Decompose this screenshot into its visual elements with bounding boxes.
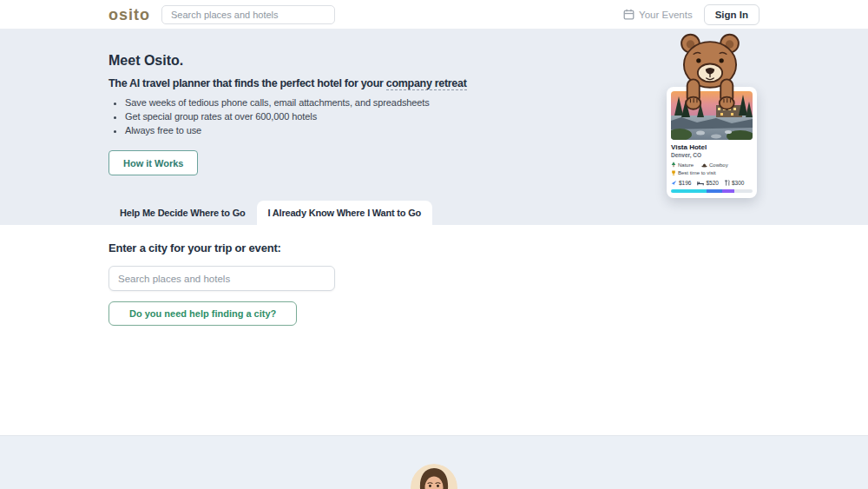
best-time-label: Best time to visit bbox=[678, 170, 716, 175]
tab-help-me-decide[interactable]: Help Me Decide Where to Go bbox=[108, 201, 257, 225]
hero-subtitle: The AI travel planner that finds the per… bbox=[108, 77, 556, 89]
bear-mascot-illustration bbox=[669, 30, 751, 112]
tag-label: Nature bbox=[678, 162, 694, 168]
testimonial-avatar bbox=[411, 464, 457, 489]
price-row: $196 $520 $300 bbox=[671, 180, 753, 186]
hero-content: Meet Osito. The AI travel planner that f… bbox=[0, 29, 556, 175]
testimonial-section bbox=[0, 435, 868, 489]
plane-icon bbox=[671, 180, 677, 186]
osito-logo[interactable]: osito bbox=[108, 7, 150, 23]
tag-cowboy: Cowboy bbox=[701, 162, 728, 168]
budget-progress-bar bbox=[671, 189, 753, 193]
hotel-location: Denver, CO bbox=[671, 152, 753, 158]
utensils-icon bbox=[725, 180, 730, 186]
tree-icon bbox=[671, 162, 676, 168]
calendar-icon bbox=[623, 9, 635, 20]
price-value: $196 bbox=[679, 180, 691, 186]
sign-in-button[interactable]: Sign In bbox=[704, 4, 760, 25]
city-entry-heading: Enter a city for your trip or event: bbox=[108, 241, 868, 254]
bullet-item: Get special group rates at over 600,000 … bbox=[125, 111, 556, 122]
destination-tabs: Help Me Decide Where to Go I Already Kno… bbox=[108, 201, 432, 225]
tag-nature: Nature bbox=[671, 162, 694, 168]
food-price: $300 bbox=[725, 180, 744, 186]
city-search-input[interactable] bbox=[108, 266, 335, 291]
how-it-works-button[interactable]: How it Works bbox=[108, 150, 198, 175]
hero-bullet-list: Save weeks of tedious phone calls, email… bbox=[108, 97, 556, 135]
city-entry-panel: Enter a city for your trip or event: Do … bbox=[0, 225, 868, 435]
tab-already-know[interactable]: I Already Know Where I Want to Go bbox=[257, 201, 433, 225]
hotel-tags: Nature Cowboy bbox=[671, 162, 753, 168]
company-retreat-link[interactable]: company retreat bbox=[386, 77, 467, 90]
bullet-item: Save weeks of tedious phone calls, email… bbox=[125, 97, 556, 108]
help-finding-city-button[interactable]: Do you need help finding a city? bbox=[108, 301, 297, 326]
bed-icon bbox=[697, 181, 704, 186]
cowboy-hat-icon bbox=[701, 162, 707, 168]
price-value: $520 bbox=[706, 180, 718, 186]
trophy-icon bbox=[671, 170, 676, 175]
hotel-name: Vista Hotel bbox=[671, 143, 753, 151]
price-value: $300 bbox=[732, 180, 744, 186]
navbar: osito Your Events Sign In bbox=[0, 0, 868, 29]
hotel-price: $520 bbox=[697, 180, 718, 186]
page-title: Meet Osito. bbox=[108, 53, 556, 69]
your-events-link[interactable]: Your Events bbox=[623, 9, 693, 20]
your-events-label: Your Events bbox=[639, 10, 693, 20]
hero-subtitle-text: The AI travel planner that finds the per… bbox=[108, 77, 386, 89]
best-time-row: Best time to visit bbox=[671, 170, 753, 175]
bullet-item: Always free to use bbox=[125, 125, 556, 135]
hero-section: Meet Osito. The AI travel planner that f… bbox=[0, 29, 868, 225]
nav-search-input[interactable] bbox=[161, 5, 335, 24]
flight-price: $196 bbox=[671, 180, 691, 186]
tag-label: Cowboy bbox=[709, 162, 728, 168]
navbar-right: Your Events Sign In bbox=[623, 4, 760, 25]
